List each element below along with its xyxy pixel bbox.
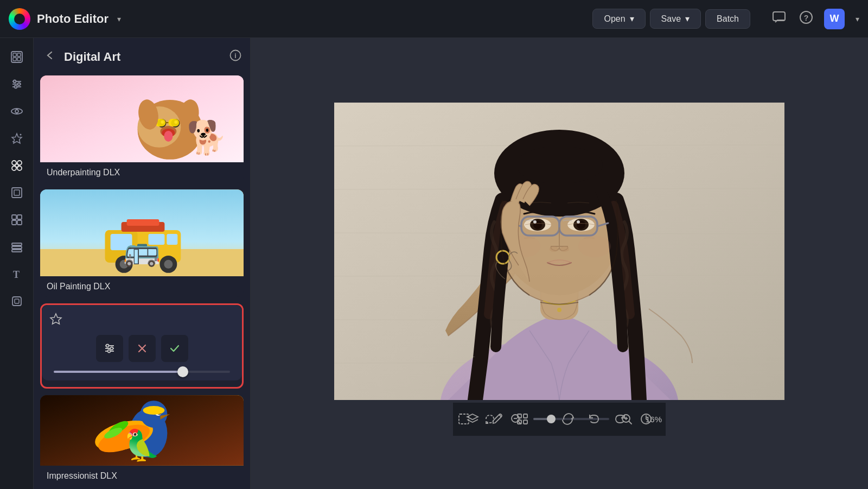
- svg-marker-117: [467, 414, 478, 420]
- left-sidebar: T: [0, 38, 34, 489]
- svg-rect-31: [12, 246, 22, 249]
- svg-point-72: [107, 350, 110, 353]
- panel-back-button[interactable]: [42, 48, 58, 66]
- svg-rect-28: [12, 220, 16, 225]
- save-button[interactable]: Save ▾: [650, 9, 701, 29]
- svg-text:i: i: [234, 52, 236, 60]
- redo-button[interactable]: [609, 408, 631, 430]
- svg-point-68: [106, 345, 108, 347]
- panel-header: Digital Art i: [34, 38, 250, 75]
- underpainting-dlx-card[interactable]: Underpainting DLX: [40, 75, 244, 183]
- header-right: ? W ▾: [770, 8, 859, 30]
- svg-text:?: ?: [804, 14, 809, 22]
- batch-button[interactable]: Batch: [705, 9, 750, 29]
- comment-button[interactable]: [770, 8, 788, 30]
- sidebar-stamps-icon[interactable]: [5, 290, 28, 313]
- svg-rect-5: [17, 53, 21, 56]
- svg-point-97: [516, 146, 603, 184]
- controls-row: [49, 335, 234, 362]
- svg-text:T: T: [13, 269, 20, 280]
- sidebar-layers-icon[interactable]: [5, 236, 28, 258]
- svg-rect-6: [13, 58, 16, 61]
- header: Photo Editor ▾ Open ▾ Save ▾ Batch ?: [0, 0, 868, 38]
- svg-rect-65: [127, 219, 159, 226]
- svg-rect-122: [524, 420, 527, 424]
- bottom-right-tools: [557, 408, 657, 430]
- avatar-dropdown-arrow[interactable]: ▾: [856, 15, 859, 23]
- history-button[interactable]: [635, 408, 657, 430]
- effect-strength-slider[interactable]: [49, 371, 234, 373]
- effects-panel: Digital Art i: [34, 38, 251, 489]
- impressionist-dlx-card[interactable]: Impressionist DLX: [40, 395, 244, 486]
- svg-rect-119: [518, 414, 521, 418]
- underpainting-dlx-label: Underpainting DLX: [40, 162, 244, 183]
- svg-point-111: [550, 246, 558, 252]
- edit-tool-button[interactable]: [487, 408, 508, 430]
- svg-rect-120: [524, 414, 527, 418]
- svg-point-114: [578, 236, 611, 257]
- adjust-settings-button[interactable]: [96, 335, 123, 362]
- svg-point-112: [560, 246, 569, 252]
- svg-rect-29: [17, 220, 22, 225]
- oil-painting-dlx-image: [40, 189, 244, 276]
- sidebar-paint-icon[interactable]: [5, 154, 28, 177]
- layers-tool-button[interactable]: [462, 408, 483, 430]
- svg-rect-7: [17, 58, 21, 61]
- undo-button[interactable]: [583, 408, 605, 430]
- svg-rect-75: [40, 395, 244, 466]
- favorite-star[interactable]: [49, 313, 234, 328]
- sidebar-effects-icon[interactable]: [5, 127, 28, 150]
- svg-point-60: [116, 256, 133, 273]
- svg-rect-57: [111, 234, 132, 250]
- oil-painting-dlx-card[interactable]: Oil Painting DLX: [40, 189, 244, 297]
- svg-point-9: [13, 80, 16, 83]
- refresh-button[interactable]: [557, 408, 579, 430]
- selected-effect-card[interactable]: [40, 303, 244, 389]
- sidebar-objects-icon[interactable]: [5, 208, 28, 231]
- svg-rect-34: [12, 297, 21, 306]
- header-center: Open ▾ Save ▾ Batch: [592, 9, 750, 29]
- bottom-toolbar: 16%: [453, 402, 666, 436]
- svg-point-18: [12, 141, 14, 142]
- svg-rect-59: [167, 234, 177, 245]
- selected-effect-controls: [42, 305, 242, 380]
- svg-point-17: [20, 134, 21, 136]
- sidebar-adjustments-icon[interactable]: [5, 73, 28, 96]
- svg-rect-24: [12, 188, 22, 198]
- impressionist-dlx-image: [40, 395, 244, 466]
- canvas-image-container: [334, 103, 784, 402]
- svg-rect-121: [518, 420, 521, 424]
- grid-tool-button[interactable]: [512, 408, 533, 430]
- svg-rect-4: [13, 53, 16, 56]
- cancel-effect-button[interactable]: [129, 335, 156, 362]
- svg-point-116: [557, 308, 561, 312]
- svg-point-11: [17, 83, 20, 86]
- help-button[interactable]: ?: [797, 8, 815, 30]
- canvas-area: 16%: [251, 38, 868, 489]
- sidebar-gallery-icon[interactable]: [5, 46, 28, 68]
- svg-point-61: [120, 260, 129, 269]
- panel-info-button[interactable]: i: [229, 49, 241, 64]
- svg-point-15: [15, 110, 18, 113]
- svg-rect-27: [17, 215, 22, 219]
- underpainting-dlx-image: [40, 75, 244, 162]
- user-avatar[interactable]: W: [824, 9, 845, 29]
- sidebar-text-icon[interactable]: T: [5, 263, 28, 285]
- app-dropdown-arrow[interactable]: ▾: [117, 15, 121, 23]
- sidebar-view-icon[interactable]: [5, 100, 28, 123]
- app-logo: [9, 8, 30, 30]
- svg-point-23: [15, 164, 18, 167]
- confirm-effect-button[interactable]: [161, 335, 188, 362]
- sidebar-frame-icon[interactable]: [5, 181, 28, 204]
- svg-rect-25: [14, 190, 20, 195]
- svg-rect-49: [168, 119, 179, 126]
- svg-point-47: [164, 131, 173, 142]
- svg-point-84: [143, 406, 164, 415]
- panel-content: Underpainting DLX: [34, 75, 250, 489]
- app-title: Photo Editor: [37, 12, 108, 26]
- panel-title: Digital Art: [64, 50, 223, 64]
- svg-point-70: [110, 347, 113, 350]
- svg-point-63: [164, 260, 173, 269]
- svg-rect-0: [773, 12, 785, 21]
- open-button[interactable]: Open ▾: [592, 9, 645, 29]
